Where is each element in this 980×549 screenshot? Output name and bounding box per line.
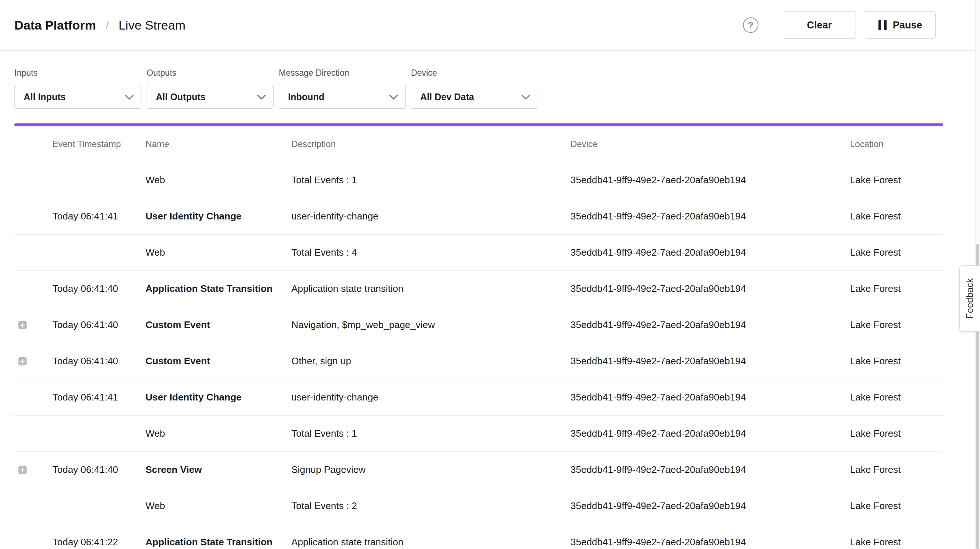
expand-icon[interactable] <box>18 357 27 366</box>
expand-icon[interactable] <box>18 466 27 474</box>
column-header-timestamp: Event Timestamp <box>52 139 145 149</box>
event-device: 35eddb41-9ff9-49e2-7aed-20afa90eb194 <box>571 464 850 476</box>
event-location: Lake Forest <box>850 319 943 330</box>
event-location: Lake Forest <box>850 536 943 548</box>
breadcrumb-separator: / <box>106 19 109 32</box>
event-location: Lake Forest <box>850 428 943 439</box>
chevron-down-icon <box>257 92 266 102</box>
expand-cell <box>14 284 52 293</box>
event-table: Event Timestamp Name Description Device … <box>14 126 943 549</box>
filter-dropdown-value: All Inputs <box>24 92 66 102</box>
filter-dropdown-value: All Outputs <box>156 92 206 102</box>
event-timestamp: Today 06:41:41 <box>52 392 145 403</box>
event-device: 35eddb41-9ff9-49e2-7aed-20afa90eb194 <box>571 536 850 548</box>
chevron-down-icon <box>389 92 398 102</box>
table-row[interactable]: Today 06:41:41 User Identity Change user… <box>14 198 943 235</box>
event-description: Total Events : 4 <box>291 247 571 258</box>
expand-cell <box>14 176 52 185</box>
event-location: Lake Forest <box>850 392 943 403</box>
accent-bar <box>14 123 943 126</box>
pause-icon <box>878 20 886 30</box>
event-location: Lake Forest <box>850 464 943 476</box>
filter: Message Direction Inbound <box>279 68 406 109</box>
table-row[interactable]: Today 06:41:40 Custom Event Other, sign … <box>14 343 943 380</box>
event-device: 35eddb41-9ff9-49e2-7aed-20afa90eb194 <box>571 174 850 186</box>
page-title: Live Stream <box>119 18 185 32</box>
event-name: Custom Event <box>145 319 291 330</box>
filter: Device All Dev Data <box>411 68 538 109</box>
expand-cell <box>14 502 52 511</box>
event-device: 35eddb41-9ff9-49e2-7aed-20afa90eb194 <box>571 319 850 330</box>
column-header-description: Description <box>291 139 571 149</box>
event-device: 35eddb41-9ff9-49e2-7aed-20afa90eb194 <box>571 500 850 512</box>
pause-button-label: Pause <box>893 19 923 31</box>
table-header: Event Timestamp Name Description Device … <box>14 126 943 162</box>
expand-cell <box>14 429 52 438</box>
table-row[interactable]: Web Total Events : 2 35eddb41-9ff9-49e2-… <box>14 488 943 524</box>
filter-label: Inputs <box>14 68 142 78</box>
filter-bar: Inputs All Inputs Outputs All Outputs Me… <box>0 51 980 109</box>
event-name: Screen View <box>145 464 291 476</box>
filter-dropdown[interactable]: All Inputs <box>14 85 142 109</box>
event-device: 35eddb41-9ff9-49e2-7aed-20afa90eb194 <box>571 247 850 258</box>
event-description: user-identity-change <box>291 392 571 403</box>
event-timestamp: Today 06:41:40 <box>52 356 145 367</box>
event-name: Custom Event <box>145 356 291 367</box>
event-name: Web <box>145 174 291 186</box>
event-timestamp: Today 06:41:22 <box>52 536 145 548</box>
event-timestamp: Today 06:41:41 <box>52 211 145 222</box>
filter: Outputs All Outputs <box>146 68 274 109</box>
event-location: Lake Forest <box>850 211 943 222</box>
table-row[interactable]: Web Total Events : 1 35eddb41-9ff9-49e2-… <box>14 162 943 198</box>
event-name: Application State Transition <box>145 283 291 294</box>
event-name: Web <box>145 500 291 512</box>
filter-dropdown[interactable]: Inbound <box>279 85 406 109</box>
breadcrumb[interactable]: Data Platform <box>14 18 96 32</box>
filter-label: Outputs <box>146 68 274 78</box>
filter-dropdown-value: All Dev Data <box>420 92 474 102</box>
pause-button[interactable]: Pause <box>865 11 936 39</box>
filter: Inputs All Inputs <box>14 68 142 109</box>
event-device: 35eddb41-9ff9-49e2-7aed-20afa90eb194 <box>571 283 850 294</box>
event-device: 35eddb41-9ff9-49e2-7aed-20afa90eb194 <box>571 428 850 439</box>
table-row[interactable]: Today 06:41:41 User Identity Change user… <box>14 380 943 416</box>
table-row[interactable]: Today 06:41:22 Application State Transit… <box>14 524 943 549</box>
event-device: 35eddb41-9ff9-49e2-7aed-20afa90eb194 <box>571 356 850 367</box>
table-body: Web Total Events : 1 35eddb41-9ff9-49e2-… <box>14 162 943 549</box>
event-device: 35eddb41-9ff9-49e2-7aed-20afa90eb194 <box>571 211 850 222</box>
feedback-tab[interactable]: Feedback <box>959 265 980 332</box>
filter-dropdown-value: Inbound <box>288 92 325 102</box>
column-header-name: Name <box>145 139 291 149</box>
event-timestamp: Today 06:41:40 <box>52 464 145 476</box>
event-name: User Identity Change <box>145 211 291 222</box>
table-row[interactable]: Today 06:41:40 Custom Event Navigation, … <box>14 307 943 343</box>
event-name: Web <box>145 428 291 439</box>
event-description: Total Events : 1 <box>291 174 571 186</box>
clear-button[interactable]: Clear <box>783 11 856 39</box>
event-location: Lake Forest <box>850 283 943 294</box>
expand-cell <box>14 321 52 330</box>
event-location: Lake Forest <box>850 174 943 186</box>
table-row[interactable]: Today 06:41:40 Application State Transit… <box>14 271 943 307</box>
table-row[interactable]: Web Total Events : 1 35eddb41-9ff9-49e2-… <box>14 416 943 452</box>
filter-dropdown[interactable]: All Outputs <box>146 85 274 109</box>
event-name: Application State Transition <box>145 536 291 548</box>
chevron-down-icon <box>522 92 530 102</box>
expand-cell <box>14 393 52 402</box>
event-description: Navigation, $mp_web_page_view <box>291 319 571 330</box>
filter-label: Device <box>411 68 538 78</box>
page-header: Data Platform / Live Stream ? Clear Paus… <box>0 0 980 51</box>
event-location: Lake Forest <box>850 247 943 258</box>
expand-cell <box>14 357 52 366</box>
event-description: Total Events : 2 <box>291 500 571 512</box>
expand-cell <box>14 212 52 221</box>
expand-icon[interactable] <box>18 321 27 330</box>
event-description: Total Events : 1 <box>291 428 571 439</box>
chevron-down-icon <box>125 92 134 102</box>
filter-dropdown[interactable]: All Dev Data <box>411 85 538 109</box>
table-row[interactable]: Web Total Events : 4 35eddb41-9ff9-49e2-… <box>14 235 943 271</box>
help-icon[interactable]: ? <box>743 18 759 33</box>
header-actions: ? Clear Pause <box>743 11 936 39</box>
table-row[interactable]: Today 06:41:40 Screen View Signup Pagevi… <box>14 452 943 488</box>
event-description: Application state transition <box>291 283 571 294</box>
